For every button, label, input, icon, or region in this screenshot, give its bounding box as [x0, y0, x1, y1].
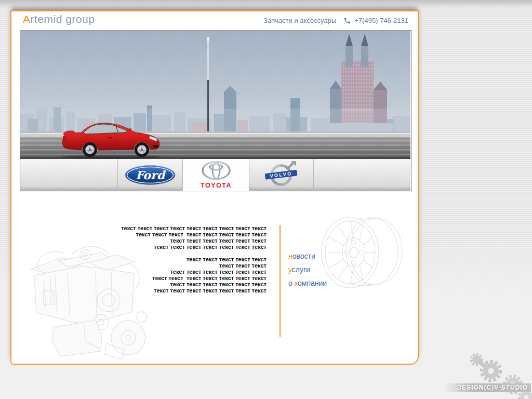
brand-strip: Ford TOYOTA: [20, 159, 410, 191]
toyota-logo: TOYOTA: [194, 161, 238, 190]
svg-text:Ford: Ford: [136, 168, 166, 182]
paragraph-2: текст текст текст текст текст текст текс…: [85, 256, 267, 294]
logo-text: rtemid group: [31, 13, 95, 25]
orange-divider: [280, 225, 281, 337]
text-line: текст текст текст текст текст: [85, 256, 267, 262]
menu-text: слуги: [292, 265, 310, 274]
menu-text: о: [288, 279, 295, 287]
banner-box: Ford TOYOTA: [20, 30, 412, 192]
text-line: текст текст текст текст текст текст текс…: [85, 225, 267, 231]
menu-text: омпании: [298, 279, 327, 287]
wheel-drawing: [317, 214, 403, 292]
menu-item-about[interactable]: о компании: [288, 280, 327, 287]
text-line: текст текст текст: [85, 262, 267, 269]
phone-number: +7(495) 746-2131: [354, 17, 408, 24]
design-credit: DESIGN(C)V-STUDIO: [444, 383, 531, 392]
main-container: Artemid group Запчасти и аксессуары +7(4…: [10, 10, 419, 365]
menu-text: овости: [292, 252, 315, 260]
brand-cell-empty-right: [313, 159, 410, 191]
brand-cell-empty-left: [20, 159, 117, 191]
paragraph-1: текст текст текст текст текст текст текс…: [85, 225, 267, 250]
text-line: текст текст текст текст текст текст текс…: [85, 231, 267, 237]
brand-cell-ford[interactable]: Ford: [117, 159, 182, 191]
brand-cell-toyota[interactable]: TOYOTA: [182, 159, 249, 191]
menu-accent-letter: у: [288, 265, 292, 274]
text-line: текст текст текст текст текст текст: [85, 237, 267, 244]
menu-item-services[interactable]: услуги: [288, 266, 327, 274]
placeholder-text-block: текст текст текст текст текст текст текс…: [85, 225, 267, 294]
text-line: текст текст текст текст текст текст текс…: [85, 244, 267, 250]
site-logo: Artemid group: [23, 13, 95, 25]
banner-image: [20, 31, 410, 159]
volvo-logo: VOLVO: [264, 161, 299, 190]
text-line: текст текст текст текст текст текст: [85, 269, 267, 275]
logo-accent-letter: A: [23, 13, 31, 25]
brand-cell-volvo[interactable]: VOLVO: [249, 159, 313, 191]
menu-item-news[interactable]: новости: [288, 252, 327, 260]
light-pole: [207, 37, 209, 132]
svg-text:TOYOTA: TOYOTA: [201, 182, 232, 189]
text-line: текст текст текст текст текст текст: [85, 281, 267, 287]
menu-accent-letter: н: [288, 252, 292, 260]
side-menu: новости услуги о компании: [288, 252, 327, 293]
ford-logo: Ford: [124, 165, 176, 185]
header-right: Запчасти и аксессуары +7(495) 746-2131: [263, 17, 408, 24]
phone-block: +7(495) 746-2131: [343, 17, 408, 24]
nav-link-parts[interactable]: Запчасти и аксессуары: [263, 17, 336, 24]
text-line: текст текст текст текст текст текст текс…: [85, 287, 267, 294]
text-line: текст текст текст текст текст текст текс…: [85, 275, 267, 281]
phone-icon: [343, 17, 351, 24]
